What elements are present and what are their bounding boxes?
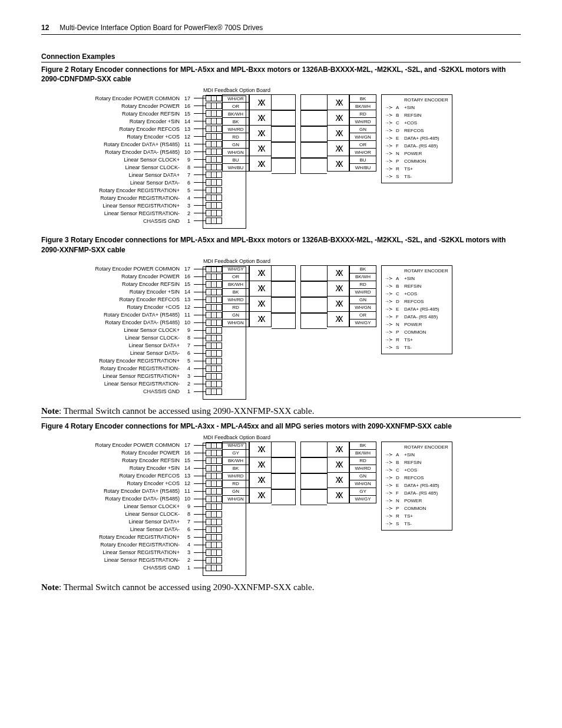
encoder-pin-letter: P bbox=[396, 330, 402, 335]
pin-number: 6 bbox=[182, 350, 194, 356]
pin-row: Linear Sensor CLOCK-8 bbox=[51, 334, 222, 342]
wire-color-cell: OR bbox=[349, 141, 376, 149]
encoder-pin-row: →≻STS- bbox=[383, 520, 448, 528]
figure-2-diagram: MDI Feedback Option Board Rotary Encoder… bbox=[51, 87, 511, 225]
pin-row: Linear Sensor REGISTRATION+3 bbox=[51, 549, 222, 556]
arrow-icon: →≻ bbox=[383, 337, 394, 342]
encoder-pin-label: TS+ bbox=[404, 166, 413, 172]
pin-label: Rotary Encoder POWER bbox=[51, 103, 182, 109]
arrow-icon: →≻ bbox=[383, 159, 394, 164]
pin-label: Rotary Encoder +COS bbox=[51, 480, 182, 486]
encoder-pin-letter: C bbox=[396, 467, 402, 473]
encoder-pin-label: COMMON bbox=[404, 330, 426, 335]
pin-row: Rotary Encoder +COS12 bbox=[51, 480, 222, 487]
pin-label: CHASSIS GND bbox=[51, 565, 182, 571]
pin-label: Linear Sensor REGISTRATION- bbox=[51, 210, 182, 216]
pin-number: 12 bbox=[182, 134, 194, 140]
twisted-pair-icon: XX bbox=[249, 110, 272, 126]
pin-label: Linear Sensor REGISTRATION- bbox=[51, 557, 182, 563]
pin-label: Linear Sensor DATA+ bbox=[51, 519, 182, 525]
pin-row: Linear Sensor DATA-6 bbox=[51, 350, 222, 357]
pin-number: 11 bbox=[182, 312, 194, 318]
pin-number: 2 bbox=[182, 381, 194, 387]
encoder-pin-letter: D bbox=[396, 475, 402, 480]
pin-number: 12 bbox=[182, 480, 194, 486]
pin-label: Rotary Encoder REGISTRATION+ bbox=[51, 358, 182, 364]
encoder-pin-letter: E bbox=[396, 307, 402, 312]
encoder-pin-label: REFSIN bbox=[404, 113, 421, 118]
pin-row: Linear Sensor CLOCK-8 bbox=[51, 510, 222, 518]
pin-label: CHASSIS GND bbox=[51, 388, 182, 394]
twisted-pair-icon: XX bbox=[249, 126, 272, 141]
pin-number: 3 bbox=[182, 203, 194, 209]
pin-number: 14 bbox=[182, 118, 194, 124]
encoder-pin-label: COMMON bbox=[404, 506, 426, 511]
pin-label: Rotary Encoder +COS bbox=[51, 134, 182, 140]
arrow-icon: →≻ bbox=[383, 284, 394, 289]
encoder-pin-letter: F bbox=[396, 314, 402, 319]
pin-number: 7 bbox=[182, 342, 194, 348]
encoder-pin-letter: R bbox=[396, 337, 402, 342]
figure-2-caption: Figure 2 Rotary Encoder connections for … bbox=[41, 65, 521, 84]
arrow-icon: →≻ bbox=[383, 276, 394, 281]
encoder-pin-label: POWER bbox=[404, 151, 422, 156]
pin-row: Linear Sensor DATA-6 bbox=[51, 526, 222, 533]
wire-color-cell: WH/RD bbox=[349, 118, 376, 126]
cable-segment bbox=[272, 313, 327, 329]
pin-number: 9 bbox=[182, 327, 194, 333]
arrow-icon: →≻ bbox=[383, 322, 394, 327]
encoder-pin-label: TS+ bbox=[404, 513, 413, 519]
rotary-encoder-box: ROTARY ENCODER →≻A+SIN→≻BREFSIN→≻C+COS→≻… bbox=[381, 265, 452, 354]
encoder-pin-label: +SIN bbox=[404, 276, 415, 281]
pin-number: 1 bbox=[182, 218, 194, 224]
encoder-pin-letter: R bbox=[396, 166, 402, 172]
cable-segment bbox=[272, 110, 327, 126]
twisted-pair-icon: XX bbox=[327, 442, 349, 457]
arrow-icon: →≻ bbox=[383, 452, 394, 457]
wire-color-cell: BK bbox=[349, 94, 376, 103]
encoder-pin-row: →≻C+COS bbox=[383, 119, 448, 127]
arrow-icon: →≻ bbox=[383, 307, 394, 312]
twisted-pair-icon: XX bbox=[327, 488, 349, 503]
encoder-pin-row: →≻EDATA+ (RS-485) bbox=[383, 305, 448, 313]
cable-segment bbox=[272, 94, 327, 110]
wire-color-cell: WH/BU bbox=[349, 164, 376, 172]
pin-label: Rotary Encoder REFCOS bbox=[51, 126, 182, 132]
encoder-pin-letter: B bbox=[396, 113, 402, 118]
encoder-pin-row: →≻STS- bbox=[383, 344, 448, 351]
wire-color-cell: RD bbox=[349, 457, 376, 465]
encoder-pin-letter: B bbox=[396, 284, 402, 289]
encoder-pin-label: TS- bbox=[404, 521, 412, 526]
pin-row: Rotary Encoder REGISTRATION-4 bbox=[51, 541, 222, 549]
wire-color-cell: BK bbox=[349, 265, 376, 274]
pin-label: Rotary Encoder DATA- (RS485) bbox=[51, 149, 182, 155]
mdi-board-label: MDI Feedback Option Board bbox=[203, 87, 511, 93]
pin-label: Rotary Encoder DATA- (RS485) bbox=[51, 496, 182, 502]
pin-number: 5 bbox=[182, 187, 194, 193]
wire-color-cell: BK/WH bbox=[349, 103, 376, 110]
pin-row: Rotary Encoder POWER16 bbox=[51, 102, 222, 110]
pin-number: 6 bbox=[182, 180, 194, 186]
encoder-pin-row: →≻DREFCOS bbox=[383, 474, 448, 482]
cable-segment bbox=[272, 457, 327, 473]
encoder-pin-letter: E bbox=[396, 483, 402, 488]
twisted-pair-icon: XX bbox=[327, 141, 349, 156]
encoder-pin-row: →≻STS- bbox=[383, 173, 448, 180]
encoder-pin-label: POWER bbox=[404, 322, 422, 327]
pin-row: Linear Sensor CLOCK-8 bbox=[51, 163, 222, 171]
pin-row: Rotary Encoder DATA- (RS485)10 bbox=[51, 495, 222, 503]
encoder-pin-label: DATA+ (RS-485) bbox=[404, 307, 439, 312]
pin-number: 5 bbox=[182, 534, 194, 540]
encoder-pin-label: COMMON bbox=[404, 159, 426, 164]
encoder-pin-label: +SIN bbox=[404, 452, 415, 457]
twisted-pair-icon: XX bbox=[249, 297, 272, 312]
pin-row: Rotary Encoder DATA- (RS485)10 bbox=[51, 148, 222, 156]
pin-row: Linear Sensor REGISTRATION-2 bbox=[51, 380, 222, 388]
pin-row: Rotary Encoder POWER16 bbox=[51, 273, 222, 281]
mdi-board-label: MDI Feedback Option Board bbox=[203, 434, 511, 440]
pin-row: Rotary Encoder POWER16 bbox=[51, 449, 222, 457]
pin-label: Rotary Encoder +COS bbox=[51, 304, 182, 310]
pin-row: Rotary Encoder POWER COMMON17 bbox=[51, 442, 222, 449]
arrow-icon: →≻ bbox=[383, 128, 394, 133]
pin-label: Linear Sensor DATA+ bbox=[51, 342, 182, 348]
